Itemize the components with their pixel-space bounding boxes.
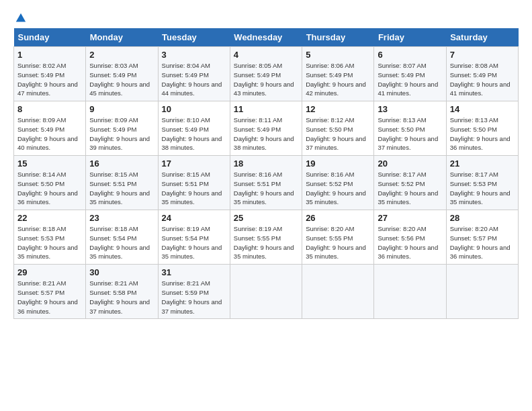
day-number: 9 [89, 104, 154, 114]
day-detail: Sunrise: 8:16 AM Sunset: 5:52 PM Dayligh… [306, 171, 366, 205]
day-detail: Sunrise: 8:21 AM Sunset: 5:58 PM Dayligh… [89, 279, 150, 314]
day-number: 29 [17, 267, 82, 277]
day-detail: Sunrise: 8:09 AM Sunset: 5:49 PM Dayligh… [89, 116, 150, 151]
day-number: 22 [17, 213, 82, 223]
calendar-day-cell: 1Sunrise: 8:02 AM Sunset: 5:49 PM Daylig… [14, 47, 86, 101]
calendar-day-cell: 5Sunrise: 8:06 AM Sunset: 5:49 PM Daylig… [302, 47, 374, 101]
day-number: 31 [162, 267, 226, 277]
calendar-day-cell: 29Sunrise: 8:21 AM Sunset: 5:57 PM Dayli… [14, 265, 86, 319]
weekday-header: Tuesday [158, 28, 230, 47]
calendar-day-cell: 16Sunrise: 8:15 AM Sunset: 5:51 PM Dayli… [86, 156, 158, 210]
day-number: 26 [306, 213, 370, 223]
day-number: 16 [89, 158, 154, 169]
calendar-day-cell: 4Sunrise: 8:05 AM Sunset: 5:49 PM Daylig… [230, 47, 302, 101]
day-detail: Sunrise: 8:03 AM Sunset: 5:49 PM Dayligh… [89, 62, 150, 97]
day-detail: Sunrise: 8:16 AM Sunset: 5:51 PM Dayligh… [234, 171, 294, 205]
empty-cell [374, 265, 446, 319]
day-number: 14 [450, 104, 515, 114]
calendar-day-cell: 18Sunrise: 8:16 AM Sunset: 5:51 PM Dayli… [230, 156, 302, 210]
calendar-day-cell: 22Sunrise: 8:18 AM Sunset: 5:53 PM Dayli… [14, 210, 86, 265]
day-number: 8 [17, 104, 82, 114]
calendar-day-cell: 12Sunrise: 8:12 AM Sunset: 5:50 PM Dayli… [302, 101, 374, 156]
calendar-day-cell: 28Sunrise: 8:20 AM Sunset: 5:57 PM Dayli… [446, 210, 518, 265]
day-detail: Sunrise: 8:12 AM Sunset: 5:50 PM Dayligh… [306, 116, 366, 151]
calendar-day-cell: 10Sunrise: 8:10 AM Sunset: 5:49 PM Dayli… [158, 101, 230, 156]
day-detail: Sunrise: 8:07 AM Sunset: 5:49 PM Dayligh… [378, 62, 438, 97]
day-detail: Sunrise: 8:21 AM Sunset: 5:57 PM Dayligh… [17, 279, 78, 314]
calendar-day-cell: 21Sunrise: 8:17 AM Sunset: 5:53 PM Dayli… [446, 156, 518, 210]
calendar-week-row: 1Sunrise: 8:02 AM Sunset: 5:49 PM Daylig… [14, 47, 519, 101]
calendar-day-cell: 11Sunrise: 8:11 AM Sunset: 5:49 PM Dayli… [230, 101, 302, 156]
day-detail: Sunrise: 8:08 AM Sunset: 5:49 PM Dayligh… [450, 62, 511, 97]
calendar-day-cell: 8Sunrise: 8:09 AM Sunset: 5:49 PM Daylig… [14, 101, 86, 156]
day-number: 3 [162, 50, 226, 60]
day-detail: Sunrise: 8:17 AM Sunset: 5:53 PM Dayligh… [450, 171, 511, 205]
calendar-header-row: SundayMondayTuesdayWednesdayThursdayFrid… [14, 28, 519, 47]
calendar-week-row: 8Sunrise: 8:09 AM Sunset: 5:49 PM Daylig… [14, 101, 519, 156]
logo [13, 12, 27, 21]
calendar-day-cell: 17Sunrise: 8:15 AM Sunset: 5:51 PM Dayli… [158, 156, 230, 210]
day-detail: Sunrise: 8:13 AM Sunset: 5:50 PM Dayligh… [450, 116, 511, 151]
day-number: 18 [234, 158, 298, 169]
day-number: 2 [89, 50, 154, 60]
day-number: 25 [234, 213, 298, 223]
calendar-day-cell: 27Sunrise: 8:20 AM Sunset: 5:56 PM Dayli… [374, 210, 446, 265]
day-detail: Sunrise: 8:10 AM Sunset: 5:49 PM Dayligh… [162, 116, 222, 151]
day-number: 11 [234, 104, 298, 114]
calendar-day-cell: 24Sunrise: 8:19 AM Sunset: 5:54 PM Dayli… [158, 210, 230, 265]
calendar-day-cell: 15Sunrise: 8:14 AM Sunset: 5:50 PM Dayli… [14, 156, 86, 210]
calendar-table: SundayMondayTuesdayWednesdayThursdayFrid… [13, 28, 519, 319]
weekday-header: Thursday [302, 28, 374, 47]
page: SundayMondayTuesdayWednesdayThursdayFrid… [0, 0, 532, 411]
calendar-day-cell: 2Sunrise: 8:03 AM Sunset: 5:49 PM Daylig… [86, 47, 158, 101]
day-number: 19 [306, 158, 370, 169]
weekday-header: Wednesday [230, 28, 302, 47]
day-detail: Sunrise: 8:17 AM Sunset: 5:52 PM Dayligh… [378, 171, 438, 205]
header [13, 12, 519, 21]
day-detail: Sunrise: 8:04 AM Sunset: 5:49 PM Dayligh… [162, 62, 222, 97]
day-detail: Sunrise: 8:14 AM Sunset: 5:50 PM Dayligh… [17, 171, 78, 205]
day-detail: Sunrise: 8:20 AM Sunset: 5:55 PM Dayligh… [306, 225, 366, 260]
weekday-header: Friday [374, 28, 446, 47]
calendar-day-cell: 20Sunrise: 8:17 AM Sunset: 5:52 PM Dayli… [374, 156, 446, 210]
day-number: 21 [450, 158, 515, 169]
day-number: 28 [450, 213, 515, 223]
svg-marker-0 [16, 13, 26, 22]
weekday-header: Sunday [14, 28, 86, 47]
calendar-day-cell: 6Sunrise: 8:07 AM Sunset: 5:49 PM Daylig… [374, 47, 446, 101]
day-number: 10 [162, 104, 226, 114]
day-detail: Sunrise: 8:21 AM Sunset: 5:59 PM Dayligh… [162, 279, 222, 314]
day-detail: Sunrise: 8:15 AM Sunset: 5:51 PM Dayligh… [89, 171, 150, 205]
calendar-day-cell: 3Sunrise: 8:04 AM Sunset: 5:49 PM Daylig… [158, 47, 230, 101]
calendar-day-cell: 26Sunrise: 8:20 AM Sunset: 5:55 PM Dayli… [302, 210, 374, 265]
weekday-header: Monday [86, 28, 158, 47]
day-detail: Sunrise: 8:11 AM Sunset: 5:49 PM Dayligh… [234, 116, 294, 151]
calendar-day-cell: 30Sunrise: 8:21 AM Sunset: 5:58 PM Dayli… [86, 265, 158, 319]
calendar-day-cell: 9Sunrise: 8:09 AM Sunset: 5:49 PM Daylig… [86, 101, 158, 156]
day-detail: Sunrise: 8:15 AM Sunset: 5:51 PM Dayligh… [162, 171, 222, 205]
day-number: 13 [378, 104, 442, 114]
calendar-day-cell: 13Sunrise: 8:13 AM Sunset: 5:50 PM Dayli… [374, 101, 446, 156]
day-number: 20 [378, 158, 442, 169]
empty-cell [446, 265, 518, 319]
calendar-day-cell: 7Sunrise: 8:08 AM Sunset: 5:49 PM Daylig… [446, 47, 518, 101]
day-number: 12 [306, 104, 370, 114]
day-detail: Sunrise: 8:05 AM Sunset: 5:49 PM Dayligh… [234, 62, 294, 97]
calendar-day-cell: 23Sunrise: 8:18 AM Sunset: 5:54 PM Dayli… [86, 210, 158, 265]
day-number: 7 [450, 50, 515, 60]
calendar-day-cell: 14Sunrise: 8:13 AM Sunset: 5:50 PM Dayli… [446, 101, 518, 156]
day-number: 1 [17, 50, 82, 60]
calendar-day-cell: 31Sunrise: 8:21 AM Sunset: 5:59 PM Dayli… [158, 265, 230, 319]
calendar-week-row: 22Sunrise: 8:18 AM Sunset: 5:53 PM Dayli… [14, 210, 519, 265]
day-detail: Sunrise: 8:09 AM Sunset: 5:49 PM Dayligh… [17, 116, 78, 151]
empty-cell [302, 265, 374, 319]
logo-icon [15, 12, 27, 24]
day-number: 5 [306, 50, 370, 60]
day-number: 4 [234, 50, 298, 60]
empty-cell [230, 265, 302, 319]
calendar-week-row: 29Sunrise: 8:21 AM Sunset: 5:57 PM Dayli… [14, 265, 519, 319]
day-number: 17 [162, 158, 226, 169]
day-detail: Sunrise: 8:19 AM Sunset: 5:54 PM Dayligh… [162, 225, 222, 260]
day-detail: Sunrise: 8:20 AM Sunset: 5:56 PM Dayligh… [378, 225, 438, 260]
day-number: 6 [378, 50, 442, 60]
